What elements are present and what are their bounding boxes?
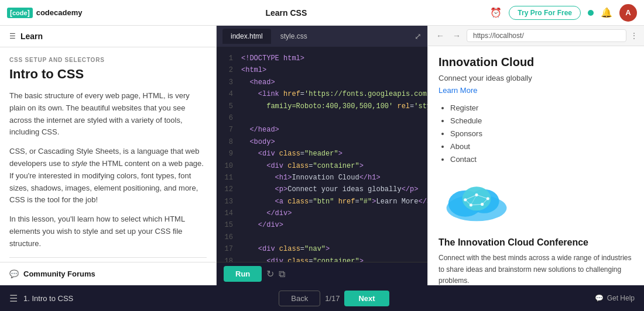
sidebar-para-3: In this lesson, you'll learn how to sele… [9, 213, 207, 250]
preview-nav-list: Register Schedule Sponsors About Contact [439, 102, 633, 166]
preview-content: Innovation Cloud Connect your ideas glob… [428, 46, 644, 285]
list-item: Register [450, 102, 633, 115]
logo-text: codecademy [36, 8, 83, 17]
list-item: Sponsors [450, 127, 633, 140]
header-right: ⏰ Try Pro For Free 🔔 A [490, 4, 637, 22]
copy-icon[interactable]: ⧉ [279, 269, 285, 279]
help-area[interactable]: 💬 Get Help [595, 294, 635, 302]
preview-subtitle: Connect your ideas globally [439, 74, 633, 82]
section-label: CSS SETUP AND SELECTORS [9, 57, 207, 63]
list-item: About [450, 140, 633, 153]
conference-heading: The Innovation Cloud Conference [439, 237, 633, 248]
refresh-icon[interactable]: ↻ [266, 268, 274, 279]
editor-tabs: index.html style.css ⤢ [217, 26, 427, 47]
help-label: Get Help [607, 294, 635, 302]
online-indicator [588, 10, 594, 16]
editor-body[interactable]: 1234 56789 1011121314 1516171819 2021222… [217, 47, 427, 262]
preview-heading: Innovation Cloud [439, 56, 633, 69]
sidebar-top: ☰ Learn [0, 26, 216, 47]
lesson-title: Intro to CSS [9, 67, 207, 82]
sidebar-content: CSS SETUP AND SELECTORS Intro to CSS The… [0, 47, 216, 262]
svg-point-5 [475, 193, 478, 196]
hamburger-icon[interactable]: ☰ [9, 293, 18, 304]
community-label: Community Forums [23, 269, 95, 278]
editor-panel: index.html style.css ⤢ 1234 56789 101112… [217, 26, 427, 285]
browser-more-btn[interactable]: ⋮ [630, 31, 638, 40]
page-title: Learn CSS [265, 8, 307, 18]
back-button[interactable]: Back [279, 291, 320, 306]
list-item: Schedule [450, 115, 633, 127]
sidebar-para-2: CSS, or Cascading Style Sheets, is a lan… [9, 146, 207, 206]
bottom-nav: ☰ 1. Intro to CSS Back 1/17 Next 💬 Get H… [0, 285, 644, 311]
back-browser-btn[interactable]: ← [434, 30, 447, 42]
main-layout: ☰ Learn CSS SETUP AND SELECTORS Intro to… [0, 26, 644, 285]
preview-learn-more[interactable]: Learn More [439, 86, 633, 95]
sidebar: ☰ Learn CSS SETUP AND SELECTORS Intro to… [0, 26, 217, 285]
help-icon: 💬 [595, 294, 604, 302]
editor-tab-actions: ⤢ [415, 32, 422, 41]
line-numbers: 1234 56789 1011121314 1516171819 2021222… [217, 47, 238, 262]
conference-desc-1: Connect with the best minds across a wid… [439, 253, 633, 285]
expand-icon[interactable]: ⤢ [415, 32, 422, 41]
pro-button[interactable]: Try Pro For Free [509, 6, 581, 20]
sidebar-bottom[interactable]: 💬 Community Forums [0, 262, 216, 285]
community-icon: 💬 [9, 269, 19, 278]
forward-browser-btn[interactable]: → [450, 30, 463, 42]
lesson-number: 1. Intro to CSS [23, 294, 73, 303]
editor-footer: Run ↻ ⧉ [217, 262, 427, 285]
code-area[interactable]: <!DOCTYPE html> <html> <head> <link href… [238, 47, 427, 262]
learn-label: Learn [20, 32, 43, 41]
clock-icon: ⏰ [490, 7, 502, 18]
instructions-section: ☑ Instructions [9, 257, 207, 262]
run-button[interactable]: Run [224, 266, 262, 282]
cloud-image [439, 174, 633, 229]
tab-index-html[interactable]: index.html [222, 29, 271, 44]
bell-icon[interactable]: 🔔 [601, 7, 612, 18]
tab-style-css[interactable]: style.css [272, 29, 316, 44]
logo-icon: [code] [7, 8, 33, 18]
avatar[interactable]: A [619, 4, 637, 22]
page-indicator: 1/17 [325, 294, 340, 303]
browser-bar: ← → ⋮ [428, 26, 644, 46]
logo-area: [code] codecademy [7, 8, 82, 18]
sidebar-para-1: The basic structure of every web page, H… [9, 90, 207, 139]
preview-panel: ← → ⋮ Innovation Cloud Connect your idea… [427, 26, 644, 285]
top-header: [code] codecademy Learn CSS ⏰ Try Pro Fo… [0, 0, 644, 26]
list-item: Contact [450, 153, 633, 166]
bottom-left: ☰ 1. Intro to CSS [9, 293, 73, 304]
next-button[interactable]: Next [344, 291, 389, 306]
bottom-center: Back 1/17 Next [279, 291, 389, 306]
url-bar[interactable] [467, 29, 626, 42]
learn-icon: ☰ [9, 32, 16, 40]
